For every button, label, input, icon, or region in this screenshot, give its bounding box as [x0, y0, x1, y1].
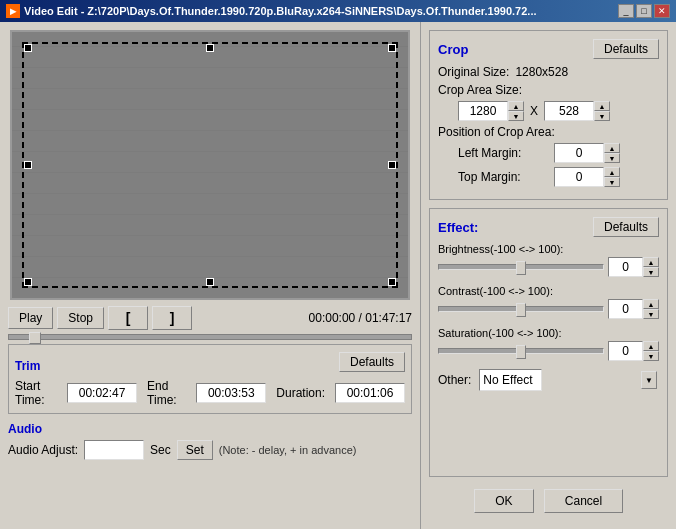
top-margin-up[interactable]: ▲: [604, 167, 620, 177]
effect-section-title: Effect:: [438, 220, 478, 235]
audio-section: Audio Audio Adjust: Sec Set (Note: - del…: [8, 422, 412, 460]
saturation-down[interactable]: ▼: [643, 351, 659, 361]
mark-out-button[interactable]: ]: [152, 306, 192, 330]
left-panel: Play Stop [ ] 00:00:00 / 01:47:17 Trim D…: [0, 22, 420, 529]
maximize-button[interactable]: □: [636, 4, 652, 18]
saturation-value-input[interactable]: [608, 341, 643, 361]
minimize-button[interactable]: _: [618, 4, 634, 18]
effect-section: Effect: Defaults Brightness(-100 <-> 100…: [429, 208, 668, 477]
position-label-row: Position of Crop Area:: [438, 125, 659, 139]
end-time-label: End Time:: [147, 379, 186, 407]
contrast-down[interactable]: ▼: [643, 309, 659, 319]
cancel-button[interactable]: Cancel: [544, 489, 623, 513]
trim-defaults-button[interactable]: Defaults: [339, 352, 405, 372]
saturation-track[interactable]: [438, 348, 604, 354]
start-time-label: Start Time:: [15, 379, 57, 407]
crop-height-up[interactable]: ▲: [594, 101, 610, 111]
title-bar-content: ▶ Video Edit - Z:\720P\Days.Of.Thunder.1…: [6, 4, 537, 18]
crop-handle-bot-right[interactable]: [388, 278, 396, 286]
crop-handle-bot-left[interactable]: [24, 278, 32, 286]
trim-times-row: Start Time: End Time: Duration:: [15, 379, 405, 407]
contrast-label: Contrast(-100 <-> 100):: [438, 285, 659, 297]
audio-adjust-input[interactable]: [84, 440, 144, 460]
start-time-input[interactable]: [67, 383, 137, 403]
brightness-slider-container: ▲ ▼: [438, 257, 659, 277]
trim-section: Trim Defaults Start Time: End Time: Dura…: [8, 344, 412, 414]
crop-handle-top-left[interactable]: [24, 44, 32, 52]
crop-width-up[interactable]: ▲: [508, 101, 524, 111]
contrast-value-group: ▲ ▼: [608, 299, 659, 319]
left-margin-spinners: ▲ ▼: [604, 143, 620, 163]
audio-adjust-label: Audio Adjust:: [8, 443, 78, 457]
brightness-thumb[interactable]: [516, 261, 526, 275]
top-margin-down[interactable]: ▼: [604, 177, 620, 187]
audio-set-button[interactable]: Set: [177, 440, 213, 460]
crop-handle-bot-mid[interactable]: [206, 278, 214, 286]
brightness-down[interactable]: ▼: [643, 267, 659, 277]
crop-handle-mid-left[interactable]: [24, 161, 32, 169]
other-dropdown[interactable]: No Effect Grayscale Sepia Invert: [479, 369, 542, 391]
footer-buttons: OK Cancel: [429, 481, 668, 521]
close-button[interactable]: ✕: [654, 4, 670, 18]
brightness-track[interactable]: [438, 264, 604, 270]
left-margin-down[interactable]: ▼: [604, 153, 620, 163]
original-size-value: 1280x528: [515, 65, 568, 79]
duration-input[interactable]: [335, 383, 405, 403]
crop-defaults-button[interactable]: Defaults: [593, 39, 659, 59]
crop-height-group: ▲ ▼: [544, 101, 610, 121]
crop-section: Crop Defaults Original Size: 1280x528 Cr…: [429, 30, 668, 200]
seek-track[interactable]: [8, 334, 412, 340]
effect-defaults-button[interactable]: Defaults: [593, 217, 659, 237]
crop-title-row: Crop Defaults: [438, 39, 659, 59]
crop-height-input[interactable]: [544, 101, 594, 121]
playback-controls: Play Stop [ ] 00:00:00 / 01:47:17: [8, 306, 412, 330]
crop-area-size-label: Crop Area Size:: [438, 83, 522, 97]
audio-sec-label: Sec: [150, 443, 171, 457]
crop-height-spinners: ▲ ▼: [594, 101, 610, 121]
other-dropdown-wrapper: No Effect Grayscale Sepia Invert ▼: [479, 369, 659, 391]
saturation-row: Saturation(-100 <-> 100): ▲ ▼: [438, 327, 659, 361]
time-display: 00:00:00 / 01:47:17: [309, 311, 412, 325]
audio-row: Audio Adjust: Sec Set (Note: - delay, + …: [8, 440, 412, 460]
other-label: Other:: [438, 373, 471, 387]
contrast-track[interactable]: [438, 306, 604, 312]
main-content: Play Stop [ ] 00:00:00 / 01:47:17 Trim D…: [0, 22, 676, 529]
saturation-up[interactable]: ▲: [643, 341, 659, 351]
top-margin-row: Top Margin: ▲ ▼: [458, 167, 659, 187]
left-margin-input[interactable]: [554, 143, 604, 163]
window-controls: _ □ ✕: [618, 4, 670, 18]
audio-note: (Note: - delay, + in advance): [219, 444, 357, 456]
top-margin-input[interactable]: [554, 167, 604, 187]
position-label: Position of Crop Area:: [438, 125, 555, 139]
brightness-up[interactable]: ▲: [643, 257, 659, 267]
seek-thumb[interactable]: [29, 332, 41, 344]
brightness-value-input[interactable]: [608, 257, 643, 277]
left-margin-up[interactable]: ▲: [604, 143, 620, 153]
crop-width-down[interactable]: ▼: [508, 111, 524, 121]
end-time-input[interactable]: [196, 383, 266, 403]
play-button[interactable]: Play: [8, 307, 53, 329]
mark-in-button[interactable]: [: [108, 306, 148, 330]
crop-height-down[interactable]: ▼: [594, 111, 610, 121]
other-row: Other: No Effect Grayscale Sepia Invert …: [438, 369, 659, 391]
brightness-row: Brightness(-100 <-> 100): ▲ ▼: [438, 243, 659, 277]
saturation-thumb[interactable]: [516, 345, 526, 359]
ok-button[interactable]: OK: [474, 489, 534, 513]
top-margin-group: ▲ ▼: [554, 167, 620, 187]
crop-handle-mid-right[interactable]: [388, 161, 396, 169]
crop-handle-top-mid[interactable]: [206, 44, 214, 52]
crop-width-input[interactable]: [458, 101, 508, 121]
crop-border: [22, 42, 398, 288]
contrast-thumb[interactable]: [516, 303, 526, 317]
top-margin-label: Top Margin:: [458, 170, 548, 184]
window-title: Video Edit - Z:\720P\Days.Of.Thunder.199…: [24, 5, 537, 17]
contrast-spinners: ▲ ▼: [643, 299, 659, 319]
stop-button[interactable]: Stop: [57, 307, 104, 329]
saturation-slider-container: ▲ ▼: [438, 341, 659, 361]
top-margin-spinners: ▲ ▼: [604, 167, 620, 187]
original-size-row: Original Size: 1280x528: [438, 65, 659, 79]
contrast-up[interactable]: ▲: [643, 299, 659, 309]
contrast-value-input[interactable]: [608, 299, 643, 319]
crop-handle-top-right[interactable]: [388, 44, 396, 52]
crop-width-spinners: ▲ ▼: [508, 101, 524, 121]
